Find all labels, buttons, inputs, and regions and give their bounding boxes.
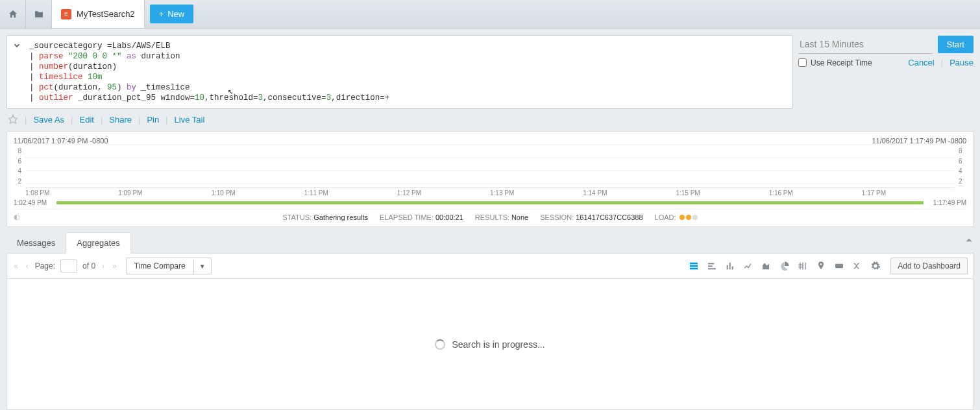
favorite-star-icon[interactable] <box>8 114 18 125</box>
collapse-chart-icon[interactable] <box>964 236 974 245</box>
receipt-checkbox[interactable] <box>798 58 807 67</box>
range-end-label: 1:17:49 PM <box>927 199 966 206</box>
home-icon[interactable] <box>0 0 26 28</box>
page-input[interactable] <box>60 259 77 272</box>
load-indicator <box>678 213 698 221</box>
page-next-icon[interactable]: › <box>101 261 106 271</box>
svg-rect-2 <box>690 268 698 270</box>
cancel-link[interactable]: Cancel <box>908 58 934 67</box>
plus-icon: + <box>159 9 164 19</box>
time-compare-label: Time Compare <box>127 258 193 274</box>
viz-sankey-icon[interactable] <box>849 258 866 274</box>
query-row: _sourcecategory =Labs/AWS/ELB | parse "2… <box>6 35 974 109</box>
svg-rect-9 <box>800 263 801 270</box>
add-to-dashboard-button[interactable]: Add to Dashboard <box>890 258 968 274</box>
chart-settings-gear-icon[interactable] <box>867 258 884 274</box>
receipt-label: Use Receipt Time <box>811 58 872 67</box>
pager: « ‹ Page: of 0 › » <box>12 259 118 272</box>
chart-time-end: 11/06/2017 1:17:49 PM -0800 <box>872 137 966 145</box>
results-toolbar: « ‹ Page: of 0 › » Time Compare ▼ <box>6 254 974 279</box>
use-receipt-time-checkbox[interactable]: Use Receipt Time <box>798 58 872 67</box>
start-button[interactable]: Start <box>938 36 974 53</box>
status-spinner-icon: ◐ <box>14 213 20 221</box>
page-prev-icon[interactable]: ‹ <box>25 261 30 271</box>
page-first-icon[interactable]: « <box>12 261 19 271</box>
viz-area-icon[interactable] <box>758 258 775 274</box>
svg-rect-3 <box>708 263 714 264</box>
x-axis: 1:08 PM 1:09 PM 1:10 PM 1:11 PM 1:12 PM … <box>25 187 955 197</box>
search-doc-icon: ≡ <box>61 9 71 19</box>
folder-icon[interactable] <box>26 0 52 28</box>
volume-bar <box>56 201 924 204</box>
time-compare-dropdown[interactable]: Time Compare ▼ <box>126 258 212 274</box>
tab-active[interactable]: ≡ MyTestSearch2 <box>52 0 145 28</box>
svg-rect-11 <box>805 263 806 270</box>
page-label: Page: <box>35 261 55 271</box>
save-as-link[interactable]: Save As <box>33 115 64 125</box>
viz-table-icon[interactable] <box>685 258 702 274</box>
y-axis-right: 8 6 4 2 <box>959 145 966 197</box>
tab-aggregates[interactable]: Aggregates <box>66 232 131 254</box>
viz-map-icon[interactable] <box>813 258 829 274</box>
live-tail-link[interactable]: Live Tail <box>175 115 205 125</box>
page-of-label: of 0 <box>82 261 95 271</box>
chevron-down-icon[interactable] <box>12 41 21 50</box>
results-tabs: Messages Aggregates <box>6 232 974 254</box>
share-link[interactable]: Share <box>109 115 132 125</box>
chart-plot-area[interactable]: 1:08 PM 1:09 PM 1:10 PM 1:11 PM 1:12 PM … <box>25 145 955 197</box>
tab-messages[interactable]: Messages <box>6 233 66 253</box>
chevron-down-icon[interactable]: ▼ <box>193 259 211 273</box>
edit-link[interactable]: Edit <box>79 115 93 125</box>
status-bar: ◐ STATUS: Gathering results ELAPSED TIME… <box>14 209 966 224</box>
new-tab-button[interactable]: + New <box>150 5 194 23</box>
results-body: Search is in progress... <box>6 279 974 410</box>
svg-rect-0 <box>690 263 698 265</box>
query-editor[interactable]: _sourcecategory =Labs/AWS/ELB | parse "2… <box>6 35 793 109</box>
viz-bar-horizontal-icon[interactable] <box>704 258 720 274</box>
viz-bar-vertical-icon[interactable] <box>722 258 739 274</box>
viz-pie-icon[interactable] <box>776 258 793 274</box>
pin-link[interactable]: Pin <box>147 115 159 125</box>
svg-rect-8 <box>732 267 733 270</box>
progress-message: Search is in progress... <box>452 339 545 350</box>
chart-time-start: 11/06/2017 1:07:49 PM -0800 <box>14 137 108 145</box>
time-range-picker[interactable] <box>798 35 933 54</box>
viz-box-icon[interactable] <box>794 258 811 274</box>
viz-line-icon[interactable] <box>740 258 757 274</box>
svg-rect-5 <box>708 268 716 269</box>
viz-toolbar: Add to Dashboard <box>685 258 968 274</box>
query-actions-bar: | Save As | Edit | Share | Pin | Live Ta… <box>6 109 974 131</box>
range-start-label: 1:02:49 PM <box>14 199 53 206</box>
new-label: New <box>167 9 184 19</box>
svg-rect-13 <box>835 264 843 269</box>
pause-link[interactable]: Pause <box>949 58 974 67</box>
y-axis-left: 8 6 4 2 <box>14 145 21 197</box>
svg-rect-4 <box>708 265 713 267</box>
page-last-icon[interactable]: » <box>111 261 118 271</box>
svg-rect-7 <box>729 263 731 270</box>
svg-rect-6 <box>727 265 728 270</box>
query-controls: Start Use Receipt Time Cancel | Pause <box>798 35 974 109</box>
svg-rect-10 <box>803 263 803 270</box>
svg-rect-1 <box>690 265 698 267</box>
histogram-panel: 11/06/2017 1:07:49 PM -0800 11/06/2017 1… <box>6 131 974 227</box>
tab-title: MyTestSearch2 <box>77 9 135 19</box>
viz-single-value-icon[interactable] <box>831 258 848 274</box>
top-tab-bar: ≡ MyTestSearch2 + New <box>0 0 980 29</box>
loading-spinner-icon <box>435 339 445 350</box>
